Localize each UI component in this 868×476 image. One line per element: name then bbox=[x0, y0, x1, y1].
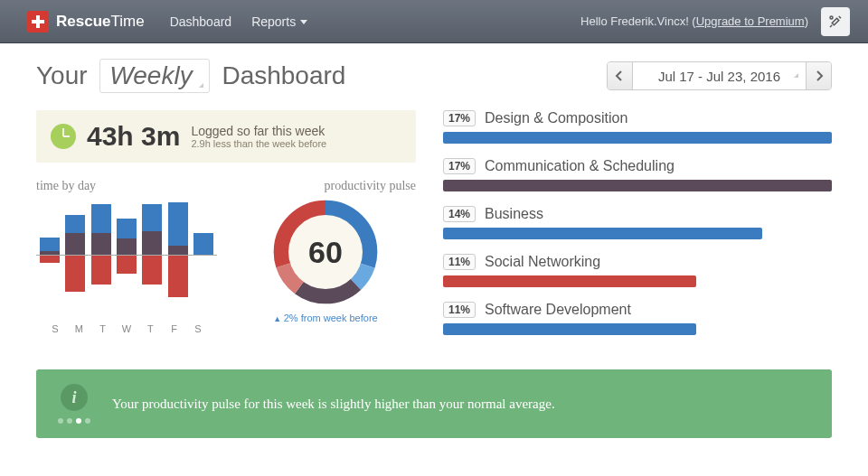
category-pct: 17% bbox=[443, 110, 476, 126]
bar-day-4[interactable] bbox=[142, 199, 162, 307]
period-selector[interactable]: Weekly bbox=[99, 59, 209, 93]
category-bar bbox=[443, 323, 696, 335]
subheader: Your Weekly Dashboard Jul 17 - Jul 23, 2… bbox=[0, 43, 868, 98]
date-range[interactable]: Jul 17 - Jul 23, 2016 bbox=[633, 69, 806, 84]
info-icon: i bbox=[61, 384, 88, 411]
category-pct: 14% bbox=[443, 206, 476, 222]
pulse-donut[interactable]: 60 bbox=[272, 199, 379, 305]
logged-time-box: 43h 3m Logged so far this week 2.9h less… bbox=[36, 110, 416, 163]
page-title: Your Weekly Dashboard bbox=[36, 59, 345, 93]
chevron-right-icon bbox=[815, 70, 824, 81]
app-header: RescueTime Dashboard Reports Hello Frede… bbox=[0, 0, 868, 43]
upgrade-link[interactable]: Upgrade to Premium bbox=[696, 14, 805, 28]
category-bar bbox=[443, 228, 762, 239]
bar-chart[interactable] bbox=[36, 199, 217, 316]
greeting: Hello Frederik.Vincx! (Upgrade to Premiu… bbox=[580, 14, 808, 28]
category-label: Design & Composition bbox=[485, 110, 627, 126]
category-pct: 11% bbox=[443, 254, 476, 270]
time-by-day-title: time by day bbox=[36, 179, 217, 193]
logged-line1: Logged so far this week bbox=[191, 124, 326, 138]
category-row[interactable]: 11%Social Networking bbox=[443, 254, 832, 287]
charts-row: time by day SMTWTFS productivity pulse 6… bbox=[36, 179, 416, 334]
logo-icon bbox=[27, 11, 49, 33]
category-row[interactable]: 17%Design & Composition bbox=[443, 110, 832, 144]
bar-day-6[interactable] bbox=[193, 199, 213, 307]
category-row[interactable]: 17%Communication & Scheduling bbox=[443, 158, 832, 191]
categories-column: 17%Design & Composition17%Communication … bbox=[443, 110, 832, 350]
insight-indicator: i bbox=[58, 384, 90, 424]
category-row[interactable]: 11%Software Development bbox=[443, 302, 832, 335]
pulse-title: productivity pulse bbox=[235, 179, 416, 193]
brand-a: Rescue bbox=[56, 13, 110, 30]
bar-day-2[interactable] bbox=[91, 199, 111, 307]
date-navigator: Jul 17 - Jul 23, 2016 bbox=[607, 61, 832, 90]
left-column: 43h 3m Logged so far this week 2.9h less… bbox=[36, 110, 416, 350]
day-labels: SMTWTFS bbox=[36, 323, 217, 334]
svg-point-0 bbox=[830, 16, 833, 19]
bar-day-5[interactable] bbox=[168, 199, 188, 307]
date-next-button[interactable] bbox=[806, 61, 831, 90]
category-pct: 11% bbox=[443, 302, 476, 318]
date-prev-button[interactable] bbox=[608, 61, 633, 90]
pulse-delta: 2% from week before bbox=[273, 313, 377, 323]
pager-dots[interactable] bbox=[58, 418, 90, 424]
category-bar bbox=[443, 275, 696, 287]
nav-dashboard[interactable]: Dashboard bbox=[170, 14, 232, 29]
clock-icon bbox=[51, 124, 76, 149]
nav-reports[interactable]: Reports bbox=[251, 14, 307, 29]
category-label: Social Networking bbox=[485, 254, 600, 270]
category-label: Communication & Scheduling bbox=[485, 158, 675, 174]
bar-day-3[interactable] bbox=[117, 199, 137, 307]
category-row[interactable]: 14%Business bbox=[443, 206, 832, 239]
category-label: Software Development bbox=[485, 302, 631, 318]
insight-text: Your productivity pulse for this week is… bbox=[112, 397, 555, 412]
main-content: 43h 3m Logged so far this week 2.9h less… bbox=[0, 98, 868, 350]
category-pct: 17% bbox=[443, 158, 476, 174]
bar-day-0[interactable] bbox=[40, 199, 60, 307]
category-bar bbox=[443, 180, 832, 191]
bar-day-1[interactable] bbox=[65, 199, 85, 307]
category-label: Business bbox=[485, 206, 543, 222]
category-bar bbox=[443, 132, 832, 144]
insight-banner: i Your productivity pulse for this week … bbox=[36, 369, 832, 438]
pulse-value: 60 bbox=[288, 215, 363, 289]
tools-button[interactable] bbox=[821, 7, 850, 36]
logo[interactable]: RescueTime bbox=[27, 11, 145, 33]
logged-text: Logged so far this week 2.9h less than t… bbox=[191, 124, 326, 149]
logged-hours: 43h 3m bbox=[87, 121, 180, 152]
brand-b: Time bbox=[110, 13, 144, 30]
chevron-left-icon bbox=[615, 70, 624, 81]
productivity-pulse: productivity pulse 60 2% from week befor… bbox=[235, 179, 416, 334]
time-by-day-chart: time by day SMTWTFS bbox=[36, 179, 217, 334]
tools-icon bbox=[827, 14, 844, 30]
logged-line2: 2.9h less than the week before bbox=[191, 138, 326, 149]
